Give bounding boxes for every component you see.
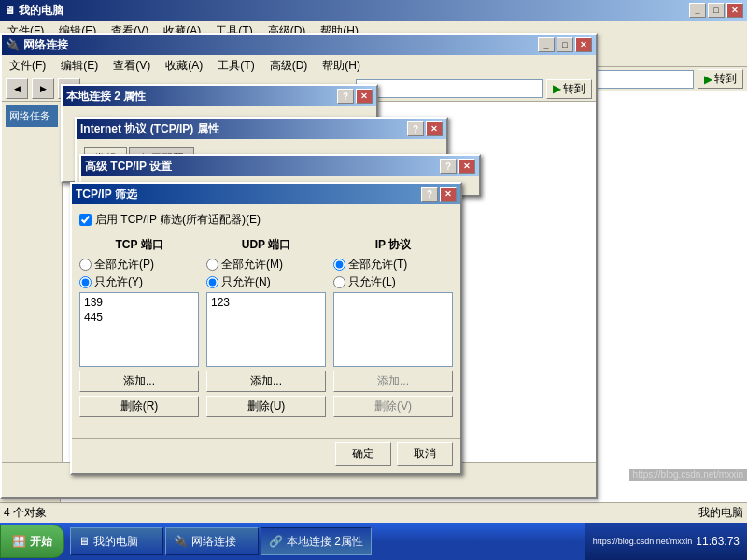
tcp-list[interactable]: 139 445 [79,292,199,367]
netconn-menu-tools[interactable]: 工具(T) [214,57,258,75]
start-icon: 🪟 [12,535,26,548]
mycomputer-maximize-btn[interactable]: □ [708,3,725,18]
udp-radio-all[interactable] [206,259,218,271]
udp-radio-all-label: 全部允许(M) [221,257,283,273]
udp-list[interactable]: 123 [206,292,326,367]
ip-list[interactable] [333,292,453,367]
netconn-menu-file[interactable]: 文件(F) [6,57,49,75]
internet-proto-title: Internet 协议 (TCP/IP) 属性 [80,121,219,137]
ip-delete-btn: 删除(V) [333,396,453,417]
mycomputer-close-btn[interactable]: ✕ [726,3,743,18]
udp-section: UDP 端口 全部允许(M) 只允许(N) 123 添加... 删除(U) [206,237,326,417]
mycomputer-controls: _ □ ✕ [689,3,743,18]
ip-buttons: 添加... 删除(V) [333,371,453,417]
advanced-tcpip-close-btn[interactable]: ✕ [458,159,475,174]
netconn-back-btn[interactable]: ◀ [6,78,28,99]
localconn-props-title: 本地连接 2 属性 [66,89,146,105]
enable-checkbox-row: 启用 TCP/IP 筛选(所有适配器)(E) [79,212,453,228]
tcp-radio-only[interactable] [79,276,92,288]
netconn-tasks-panel[interactable]: 网络任务 [6,105,58,127]
udp-delete-btn[interactable]: 删除(U) [206,396,326,417]
ip-radio-all[interactable] [333,259,345,271]
ip-radio-all-label: 全部允许(T) [348,257,407,273]
tcp-buttons: 添加... 删除(R) [79,371,199,417]
netconn-minimize-btn[interactable]: _ [538,37,555,52]
netconn-menu-edit[interactable]: 编辑(E) [57,57,102,75]
netconn-menu-fav[interactable]: 收藏(A) [162,57,206,75]
tcp-radio-only-label: 只允许(Y) [94,274,143,290]
udp-radio-all-row: 全部允许(M) [206,257,326,273]
taskbar-netconn[interactable]: 🔌 网络连接 [165,527,259,555]
tcpip-filter-titlebar: TCP/IP 筛选 ? ✕ [72,184,460,204]
taskbar-localconn-icon: 🔗 [269,535,283,548]
tcp-add-btn[interactable]: 添加... [79,371,199,392]
internet-proto-help-btn[interactable]: ? [407,121,424,136]
ip-radio-all-row: 全部允许(T) [333,257,453,273]
netconn-maximize-btn[interactable]: □ [557,37,573,52]
netconn-menu-help[interactable]: 帮助(H) [318,57,364,75]
netconn-address-input[interactable] [356,79,543,98]
netconn-go-btn[interactable]: ▶ 转到 [546,79,592,99]
ok-button[interactable]: 确定 [335,442,391,466]
tcp-delete-btn[interactable]: 删除(R) [79,396,199,417]
tcp-item-445: 445 [82,310,196,325]
tcp-item-139: 139 [82,295,196,310]
system-tray: https://blog.csdn.net/mxxin 11:63:73 [585,523,747,560]
mycomputer-titlebar: 🖥 我的电脑 _ □ ✕ [0,0,747,21]
netconn-titlebar: 🔌 网络连接 _ □ ✕ [2,35,596,55]
start-button[interactable]: 🪟 开始 [0,525,64,558]
tcp-header: TCP 端口 [79,237,199,253]
internet-proto-close-btn[interactable]: ✕ [426,121,443,136]
desktop: 🖥 我的电脑 _ □ ✕ 文件(F) 编辑(E) 查看(V) 收藏(A) 工具(… [0,0,747,523]
advanced-tcpip-help-btn[interactable]: ? [440,159,457,174]
tcpip-filter-help-btn[interactable]: ? [421,187,438,202]
go-button[interactable]: ▶ 转到 [698,69,743,89]
ip-radio-only-row: 只允许(L) [333,274,453,290]
ip-add-btn: 添加... [333,371,453,392]
netconn-menu-view[interactable]: 查看(V) [109,57,154,75]
tcpip-filter-content: 启用 TCP/IP 筛选(所有适配器)(E) TCP 端口 全部允许(P) 只允… [72,204,460,434]
netconn-title: 网络连接 [23,37,68,53]
tcp-radio-all[interactable] [79,259,92,271]
cancel-button[interactable]: 取消 [397,442,453,466]
taskbar-localconn-label: 本地连接 2属性 [287,534,363,550]
localconn-close-btn[interactable]: ✕ [356,89,373,104]
udp-radio-only-row: 只允许(N) [206,274,326,290]
ip-radio-only[interactable] [333,276,345,288]
localconn-help-btn[interactable]: ? [337,89,354,104]
tcp-radio-all-row: 全部允许(P) [79,257,199,273]
netconn-sidebar: 网络任务 [2,102,63,462]
taskbar-mycomputer[interactable]: 🖥 我的电脑 [70,527,163,555]
udp-header: UDP 端口 [206,237,326,253]
netconn-close-btn[interactable]: ✕ [575,37,592,52]
enable-filter-checkbox[interactable] [79,214,92,226]
udp-radio-only[interactable] [206,276,218,288]
advanced-tcpip-title: 高级 TCP/IP 设置 [85,159,172,175]
ip-radio-only-label: 只允许(L) [348,274,396,290]
start-label: 开始 [30,534,52,550]
taskbar-items: 🖥 我的电脑 🔌 网络连接 🔗 本地连接 2属性 [68,523,585,560]
netconn-menu-advanced[interactable]: 高级(D) [266,57,312,75]
advanced-tcpip-titlebar: 高级 TCP/IP 设置 ? ✕ [81,156,479,176]
netconn-forward-btn[interactable]: ▶ [32,78,54,99]
tcpip-filter-close-btn[interactable]: ✕ [440,187,457,202]
status-text: 4 个对象 [4,505,47,521]
tray-url: https://blog.csdn.net/mxxin [593,537,693,546]
right-status: 我的电脑 [698,505,743,521]
taskbar-localconn[interactable]: 🔗 本地连接 2属性 [261,527,372,555]
enable-filter-label: 启用 TCP/IP 筛选(所有适配器)(E) [95,212,261,228]
udp-buttons: 添加... 删除(U) [206,371,326,417]
udp-radio-only-label: 只允许(N) [221,274,271,290]
ip-header: IP 协议 [333,237,453,253]
mycomputer-statusbar: 4 个对象 我的电脑 [0,502,747,523]
tcp-section: TCP 端口 全部允许(P) 只允许(Y) 139 445 添加... [79,237,199,417]
taskbar-mycomputer-icon: 🖥 [78,535,90,548]
tcpip-filter-footer: 确定 取消 [72,438,460,473]
ip-section: IP 协议 全部允许(T) 只允许(L) 添加... 删除(V) [333,237,453,417]
mycomputer-minimize-btn[interactable]: _ [689,3,706,18]
tcp-radio-only-row: 只允许(Y) [79,274,199,290]
udp-add-btn[interactable]: 添加... [206,371,326,392]
tray-time: 11:63:73 [696,535,740,548]
netconn-menu: 文件(F) 编辑(E) 查看(V) 收藏(A) 工具(T) 高级(D) 帮助(H… [2,55,596,77]
tcp-radio-all-label: 全部允许(P) [94,257,154,273]
